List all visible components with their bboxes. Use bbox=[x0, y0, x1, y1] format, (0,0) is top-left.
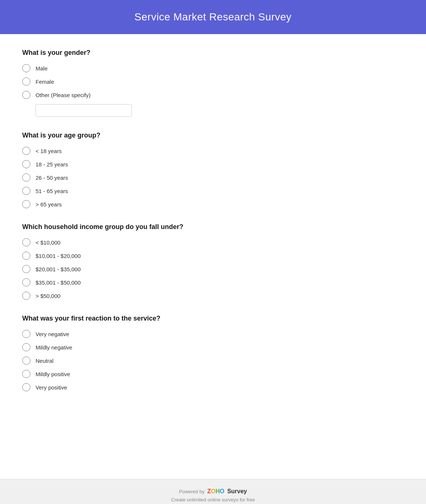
question-income-title: Which household income group do you fall… bbox=[22, 223, 404, 231]
label-male: Male bbox=[36, 65, 48, 72]
label-over65: > 65 years bbox=[36, 201, 61, 208]
option-neutral[interactable]: Neutral bbox=[22, 357, 404, 365]
option-mildly-negative[interactable]: Mildly negative bbox=[22, 343, 404, 351]
label-female: Female bbox=[36, 79, 54, 85]
radio-male[interactable] bbox=[22, 64, 30, 72]
question-reaction: What was your first reaction to the serv… bbox=[22, 315, 404, 391]
radio-51-65[interactable] bbox=[22, 187, 30, 195]
label-under18: < 18 years bbox=[36, 148, 61, 154]
other-specify-container bbox=[36, 104, 404, 117]
option-20k-35k[interactable]: $20,001 - $35,000 bbox=[22, 265, 404, 273]
label-neutral: Neutral bbox=[36, 358, 53, 364]
label-20k-35k: $20,001 - $35,000 bbox=[36, 266, 81, 272]
radio-10k-20k[interactable] bbox=[22, 252, 30, 260]
question-income: Which household income group do you fall… bbox=[22, 223, 404, 300]
option-10k-20k[interactable]: $10,001 - $20,000 bbox=[22, 252, 404, 260]
radio-over50k[interactable] bbox=[22, 292, 30, 300]
label-very-negative: Very negative bbox=[36, 331, 69, 337]
zoho-logo: ZOHO bbox=[207, 488, 224, 495]
option-male[interactable]: Male bbox=[22, 64, 404, 72]
radio-mildly-negative[interactable] bbox=[22, 343, 30, 351]
label-26-50: 26 - 50 years bbox=[36, 175, 68, 181]
zoho-o1: O bbox=[211, 488, 215, 495]
footer-tagline: Create unlimited online surveys for free bbox=[7, 497, 419, 503]
label-mildly-positive: Mildly positive bbox=[36, 371, 70, 377]
radio-18-25[interactable] bbox=[22, 160, 30, 168]
label-under10k: < $10,000 bbox=[36, 239, 60, 246]
radio-26-50[interactable] bbox=[22, 173, 30, 182]
label-10k-20k: $10,001 - $20,000 bbox=[36, 253, 81, 259]
label-18-25: 18 - 25 years bbox=[36, 161, 68, 168]
option-female[interactable]: Female bbox=[22, 77, 404, 86]
label-35k-50k: $35,001 - $50,000 bbox=[36, 279, 81, 286]
question-gender: What is your gender? Male Female Other (… bbox=[22, 49, 404, 117]
radio-very-positive[interactable] bbox=[22, 383, 30, 391]
radio-under10k[interactable] bbox=[22, 238, 30, 246]
radio-very-negative[interactable] bbox=[22, 330, 30, 338]
label-over50k: > $50,000 bbox=[36, 293, 60, 299]
label-mildly-negative: Mildly negative bbox=[36, 344, 72, 351]
label-other: Other (Please specify) bbox=[36, 92, 90, 98]
option-over65[interactable]: > 65 years bbox=[22, 200, 404, 208]
radio-female[interactable] bbox=[22, 77, 30, 86]
option-very-negative[interactable]: Very negative bbox=[22, 330, 404, 338]
option-under10k[interactable]: < $10,000 bbox=[22, 238, 404, 246]
option-mildly-positive[interactable]: Mildly positive bbox=[22, 370, 404, 378]
option-very-positive[interactable]: Very positive bbox=[22, 383, 404, 391]
zoho-z: Z bbox=[207, 488, 211, 495]
zoho-o2: O bbox=[220, 488, 224, 495]
question-reaction-title: What was your first reaction to the serv… bbox=[22, 315, 404, 322]
question-age-title: What is your age group? bbox=[22, 132, 404, 139]
radio-over65[interactable] bbox=[22, 200, 30, 208]
label-very-positive: Very positive bbox=[36, 384, 67, 391]
option-other[interactable]: Other (Please specify) bbox=[22, 91, 404, 99]
page-title: Service Market Research Survey bbox=[7, 11, 419, 23]
radio-under18[interactable] bbox=[22, 147, 30, 155]
page-footer: Powered by ZOHO Survey Create unlimited … bbox=[0, 479, 426, 504]
page-header: Service Market Research Survey bbox=[0, 0, 426, 34]
option-under18[interactable]: < 18 years bbox=[22, 147, 404, 155]
question-gender-title: What is your gender? bbox=[22, 49, 404, 57]
powered-by-text: Powered by bbox=[179, 489, 206, 494]
option-51-65[interactable]: 51 - 65 years bbox=[22, 187, 404, 195]
option-over50k[interactable]: > $50,000 bbox=[22, 292, 404, 300]
radio-other[interactable] bbox=[22, 91, 30, 99]
option-35k-50k[interactable]: $35,001 - $50,000 bbox=[22, 278, 404, 286]
option-18-25[interactable]: 18 - 25 years bbox=[22, 160, 404, 168]
radio-20k-35k[interactable] bbox=[22, 265, 30, 273]
zoho-h: H bbox=[216, 488, 220, 495]
footer-powered-by: Powered by ZOHO Survey bbox=[7, 488, 419, 495]
radio-35k-50k[interactable] bbox=[22, 278, 30, 286]
survey-word: Survey bbox=[227, 488, 247, 494]
radio-mildly-positive[interactable] bbox=[22, 370, 30, 378]
label-51-65: 51 - 65 years bbox=[36, 188, 68, 194]
option-26-50[interactable]: 26 - 50 years bbox=[22, 173, 404, 182]
survey-body: What is your gender? Male Female Other (… bbox=[0, 34, 426, 479]
other-specify-input[interactable] bbox=[36, 104, 132, 117]
question-age: What is your age group? < 18 years 18 - … bbox=[22, 132, 404, 208]
radio-neutral[interactable] bbox=[22, 357, 30, 365]
